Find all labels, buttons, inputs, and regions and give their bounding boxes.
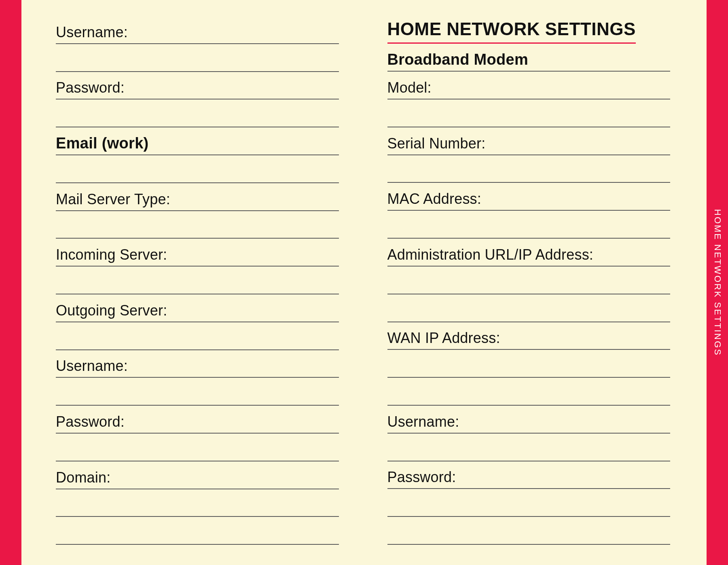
field-label-admin-url: Administration URL/IP Address: <box>387 246 594 263</box>
field-label-incoming-server: Incoming Server: <box>56 246 167 263</box>
field-row: Username: <box>56 16 339 44</box>
section-title-email-work: Email (work) <box>56 135 149 152</box>
field-row-blank <box>387 517 671 545</box>
field-row: Password: <box>387 461 671 489</box>
field-row: Model: <box>387 72 671 99</box>
field-row: Password: <box>56 72 339 100</box>
field-row: Serial Number: <box>387 127 671 155</box>
field-label-mac-address: MAC Address: <box>387 190 481 207</box>
field-label-username2: Username: <box>56 358 128 375</box>
page-area: Username: Password: Email (work) Mail Se… <box>21 0 707 565</box>
field-label-serial-number: Serial Number: <box>387 135 486 152</box>
field-row: Mail Server Type: <box>56 183 339 211</box>
left-column: Username: Password: Email (work) Mail Se… <box>21 16 363 545</box>
field-row: Domain: <box>56 461 339 489</box>
field-row-blank <box>387 434 671 461</box>
field-label-wan-ip: WAN IP Address: <box>387 330 500 347</box>
heading-row: HOME NETWORK SETTINGS <box>387 16 671 44</box>
field-row-blank <box>387 99 671 127</box>
field-row: Username: <box>56 350 339 378</box>
field-row-blank <box>56 434 339 461</box>
field-row-blank <box>56 44 339 72</box>
field-row: Username: <box>387 406 671 434</box>
field-label-model: Model: <box>387 79 432 96</box>
field-label-outgoing-server: Outgoing Server: <box>56 302 167 319</box>
field-label-password2: Password: <box>56 413 125 430</box>
field-row-blank <box>387 267 671 294</box>
field-row-blank <box>387 294 671 322</box>
field-label-mail-server-type: Mail Server Type: <box>56 191 170 208</box>
field-row-blank <box>56 155 339 183</box>
field-label-password3: Password: <box>387 469 456 486</box>
field-row-blank <box>56 267 339 294</box>
field-label-username: Username: <box>56 24 128 41</box>
field-row: Outgoing Server: <box>56 294 339 322</box>
field-row-blank <box>387 378 671 406</box>
tab-label: HOME NETWORK SETTINGS <box>712 209 723 356</box>
field-row-blank <box>387 350 671 378</box>
field-row-blank <box>387 211 671 239</box>
page-heading: HOME NETWORK SETTINGS <box>387 19 636 44</box>
field-row: WAN IP Address: <box>387 322 671 350</box>
field-row: Password: <box>56 406 339 434</box>
field-row-blank <box>387 489 671 517</box>
field-row-blank <box>387 155 671 183</box>
field-row-blank <box>56 322 339 350</box>
logbook-spread: Username: Password: Email (work) Mail Se… <box>0 0 728 565</box>
section-title-broadband-modem: Broadband Modem <box>387 51 529 68</box>
field-row-blank <box>56 99 339 127</box>
right-column: HOME NETWORK SETTINGS Broadband Modem Mo… <box>363 16 707 545</box>
section-row: Email (work) <box>56 127 339 155</box>
section-row: Broadband Modem <box>387 44 671 72</box>
field-row-blank <box>56 378 339 406</box>
field-row-blank <box>56 489 339 517</box>
field-row-blank <box>56 211 339 239</box>
field-label-username3: Username: <box>387 413 459 430</box>
field-label-password: Password: <box>56 79 125 96</box>
field-row: Incoming Server: <box>56 239 339 267</box>
right-border-tab: HOME NETWORK SETTINGS <box>707 0 728 565</box>
field-row: Administration URL/IP Address: <box>387 239 671 267</box>
field-label-domain: Domain: <box>56 469 110 486</box>
field-row: MAC Address: <box>387 183 671 211</box>
left-border <box>0 0 21 565</box>
field-row-blank <box>56 517 339 545</box>
